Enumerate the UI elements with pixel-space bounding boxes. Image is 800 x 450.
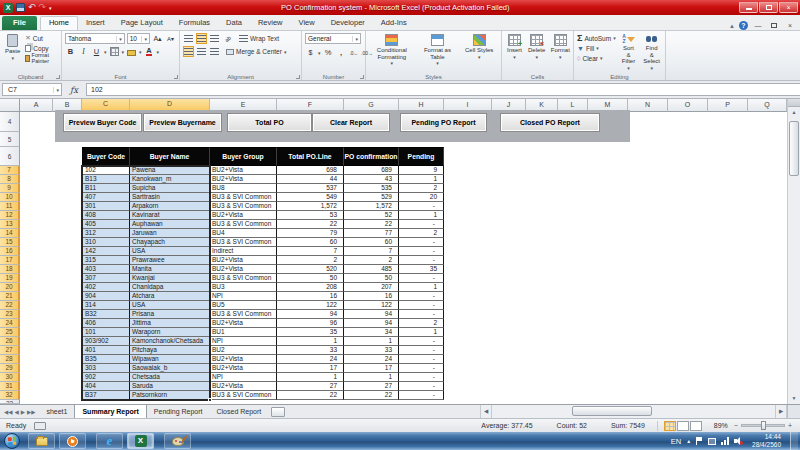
cell-F22[interactable]: 122 bbox=[277, 301, 344, 310]
taskbar-ie-button[interactable]: e bbox=[96, 433, 123, 449]
page-break-view-icon[interactable] bbox=[690, 421, 702, 431]
vertical-scroll-thumb[interactable] bbox=[789, 121, 799, 176]
cell-E12[interactable]: BU2+Vista bbox=[210, 211, 277, 220]
cell-C18[interactable]: 403 bbox=[82, 265, 130, 274]
scroll-up-icon[interactable]: ▲ bbox=[788, 107, 800, 118]
cell-C20[interactable]: 402 bbox=[82, 283, 130, 292]
workbook-minimize-icon[interactable]: — bbox=[752, 22, 764, 29]
cell-H8[interactable]: 1 bbox=[399, 175, 444, 184]
row-header-14[interactable]: 14 bbox=[0, 229, 20, 238]
cell-F19[interactable]: 50 bbox=[277, 274, 344, 283]
cell-H12[interactable]: 1 bbox=[399, 211, 444, 220]
zoom-slider[interactable] bbox=[741, 424, 785, 427]
shrink-font-icon[interactable]: A▾ bbox=[165, 33, 176, 44]
vertical-scrollbar[interactable]: ▲ ▼ bbox=[787, 99, 800, 404]
help-icon[interactable]: ? bbox=[739, 21, 748, 30]
grow-font-icon[interactable]: A▴ bbox=[152, 33, 163, 44]
row-header-5[interactable]: 5 bbox=[0, 132, 20, 147]
cell-G9[interactable]: 535 bbox=[344, 184, 399, 193]
page-layout-view-icon[interactable] bbox=[677, 421, 689, 431]
fill-color-button[interactable] bbox=[126, 46, 137, 57]
align-left-icon[interactable] bbox=[183, 46, 194, 57]
network-icon[interactable] bbox=[721, 437, 729, 445]
taskbar-media-player-button[interactable] bbox=[59, 433, 86, 449]
cell-E9[interactable]: BU8 bbox=[210, 184, 277, 193]
cell-F10[interactable]: 549 bbox=[277, 193, 344, 202]
show-hidden-icons[interactable]: ▲ bbox=[686, 438, 691, 444]
form-button-clear-report[interactable]: Clear Report bbox=[312, 113, 390, 132]
row-header-24[interactable]: 24 bbox=[0, 319, 20, 328]
next-sheet-icon[interactable]: ▶ bbox=[21, 409, 25, 415]
ribbon-tab-review[interactable]: Review bbox=[250, 16, 291, 30]
cell-C8[interactable]: B13 bbox=[82, 175, 130, 184]
cell-G32[interactable]: 22 bbox=[344, 391, 399, 400]
percent-format-icon[interactable]: % bbox=[323, 47, 334, 58]
horizontal-scroll-thumb[interactable] bbox=[572, 406, 652, 416]
alignment-dialog-launcher[interactable] bbox=[296, 75, 300, 79]
ribbon-tab-page-layout[interactable]: Page Layout bbox=[113, 16, 171, 30]
cell-E21[interactable]: NPI bbox=[210, 292, 277, 301]
tray-settings-icon[interactable] bbox=[708, 438, 716, 445]
insert-worksheet-icon[interactable] bbox=[271, 407, 285, 417]
paste-button[interactable]: Paste▾ bbox=[3, 33, 22, 63]
cell-D13[interactable]: Auphawan bbox=[130, 220, 210, 229]
cell-G26[interactable]: 1 bbox=[344, 337, 399, 346]
cell-H9[interactable]: 2 bbox=[399, 184, 444, 193]
name-box[interactable]: C7▾ bbox=[2, 83, 62, 96]
restore-button[interactable] bbox=[759, 2, 778, 13]
cell-E24[interactable]: BU2+Vista bbox=[210, 319, 277, 328]
cell-C25[interactable]: 101 bbox=[82, 328, 130, 337]
cell-E20[interactable]: BU3 bbox=[210, 283, 277, 292]
cell-C31[interactable]: 404 bbox=[82, 382, 130, 391]
cell-H22[interactable]: - bbox=[399, 301, 444, 310]
cell-G24[interactable]: 94 bbox=[344, 319, 399, 328]
cell-E7[interactable]: BU2+Vista bbox=[210, 166, 277, 175]
cell-E15[interactable]: BU3 & SVI Common bbox=[210, 238, 277, 247]
cell-C28[interactable]: B35 bbox=[82, 355, 130, 364]
bold-button[interactable]: B bbox=[65, 46, 76, 57]
row-header-13[interactable]: 13 bbox=[0, 220, 20, 229]
scrollbar-split-handle[interactable] bbox=[788, 99, 800, 107]
volume-muted-icon[interactable] bbox=[734, 437, 743, 445]
row-header-12[interactable]: 12 bbox=[0, 211, 20, 220]
format-as-table-button[interactable]: Format as Table▾ bbox=[417, 33, 459, 71]
font-color-button[interactable]: A bbox=[144, 46, 155, 57]
cell-H17[interactable]: - bbox=[399, 256, 444, 265]
cell-F17[interactable]: 2 bbox=[277, 256, 344, 265]
cell-E26[interactable]: NPI bbox=[210, 337, 277, 346]
start-button[interactable] bbox=[4, 433, 20, 449]
scroll-right-icon[interactable]: ▶ bbox=[775, 405, 787, 418]
cell-D18[interactable]: Manita bbox=[130, 265, 210, 274]
cell-H31[interactable]: - bbox=[399, 382, 444, 391]
cell-F14[interactable]: 79 bbox=[277, 229, 344, 238]
zoom-in-icon[interactable]: + bbox=[788, 422, 792, 429]
cell-H25[interactable]: 1 bbox=[399, 328, 444, 337]
sheet-tab-closed-report[interactable]: Closed Report bbox=[210, 405, 269, 418]
cell-H32[interactable]: - bbox=[399, 391, 444, 400]
ribbon-tab-developer[interactable]: Developer bbox=[323, 16, 373, 30]
cell-F26[interactable]: 1 bbox=[277, 337, 344, 346]
cell-C22[interactable]: 314 bbox=[82, 301, 130, 310]
cell-F21[interactable]: 16 bbox=[277, 292, 344, 301]
accounting-format-icon[interactable]: $ bbox=[305, 47, 316, 58]
form-button-preview-buyername[interactable]: Preview Buyername bbox=[143, 113, 222, 132]
cell-G28[interactable]: 24 bbox=[344, 355, 399, 364]
cell-G29[interactable]: 17 bbox=[344, 364, 399, 373]
minimize-ribbon-icon[interactable]: ▲ bbox=[729, 23, 735, 29]
cell-C27[interactable]: 401 bbox=[82, 346, 130, 355]
ribbon-tab-insert[interactable]: Insert bbox=[78, 16, 113, 30]
row-header-18[interactable]: 18 bbox=[0, 265, 20, 274]
cell-F23[interactable]: 94 bbox=[277, 310, 344, 319]
cell-C15[interactable]: 310 bbox=[82, 238, 130, 247]
increase-decimal-icon[interactable]: .0← bbox=[349, 47, 360, 58]
cell-D15[interactable]: Chayapach bbox=[130, 238, 210, 247]
ribbon-tab-file[interactable]: File bbox=[2, 16, 37, 30]
format-cells-button[interactable]: Format▾ bbox=[549, 33, 571, 71]
prev-sheet-icon[interactable]: ◀ bbox=[14, 409, 18, 415]
sheet-tab-sheet1[interactable]: sheet1 bbox=[39, 405, 74, 418]
cell-G30[interactable]: 1 bbox=[344, 373, 399, 382]
minimize-button[interactable] bbox=[739, 2, 758, 13]
cell-F15[interactable]: 60 bbox=[277, 238, 344, 247]
cell-D20[interactable]: Chanidapa bbox=[130, 283, 210, 292]
cell-G23[interactable]: 94 bbox=[344, 310, 399, 319]
